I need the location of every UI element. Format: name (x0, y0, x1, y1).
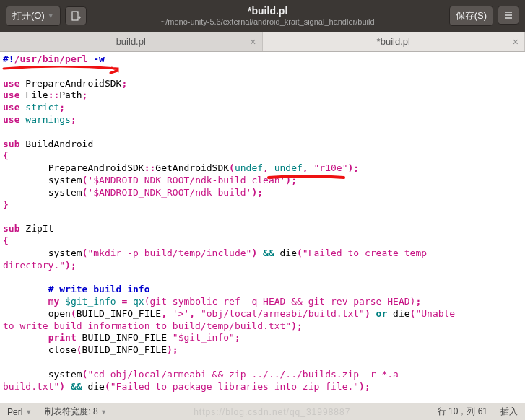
status-bar: Perl ▼ 制表符宽度: 8 ▼ https://blog.csdn.net/… (0, 403, 525, 420)
tab-bar: build.pl × *build.pl × (0, 32, 525, 52)
hamburger-icon (503, 10, 513, 20)
tab-label: *build.pl (377, 36, 410, 47)
chevron-down-icon: ▼ (48, 12, 54, 19)
tab-label: build.pl (116, 36, 146, 47)
menu-button[interactable] (498, 6, 519, 25)
titlebar: 打开(O) ▼ + *build.pl ~/mono-unity-5.6/ext… (0, 0, 525, 32)
svg-text:+: + (78, 14, 81, 21)
new-document-icon: + (71, 11, 81, 21)
annotation-underline-1 (2, 66, 125, 74)
insert-mode[interactable]: 插入 (500, 406, 518, 418)
tab-build-pl[interactable]: build.pl × (0, 32, 263, 51)
tab-width-selector[interactable]: 制表符宽度: 8 ▼ (45, 406, 107, 418)
language-selector[interactable]: Perl ▼ (7, 407, 32, 417)
annotation-underline-2 (267, 175, 347, 182)
watermark: https://blog.csdn.net/qq_31998887 (194, 407, 350, 417)
shebang-flag: -w (87, 53, 104, 64)
cursor-position: 行 10，列 61 (438, 406, 487, 418)
window-title: *build.pl (87, 5, 449, 17)
tab-build-pl-modified[interactable]: *build.pl × (263, 32, 526, 51)
window-path: ~/mono-unity-5.6/external/android_krait_… (87, 17, 449, 27)
chevron-down-icon: ▼ (25, 408, 32, 416)
chevron-down-icon: ▼ (100, 408, 107, 416)
open-button[interactable]: 打开(O) ▼ (6, 6, 61, 26)
code-editor[interactable]: #!/usr/bin/perl -w use PrepareAndroidSDK… (0, 52, 525, 403)
new-document-button[interactable]: + (65, 6, 87, 25)
close-icon[interactable]: × (513, 36, 519, 48)
save-button[interactable]: 保存(S) (449, 6, 493, 26)
open-label: 打开(O) (12, 9, 45, 22)
shebang-path: /usr/bin/perl (14, 53, 88, 64)
close-icon[interactable]: × (250, 36, 256, 48)
shebang-hash: #! (3, 53, 14, 64)
